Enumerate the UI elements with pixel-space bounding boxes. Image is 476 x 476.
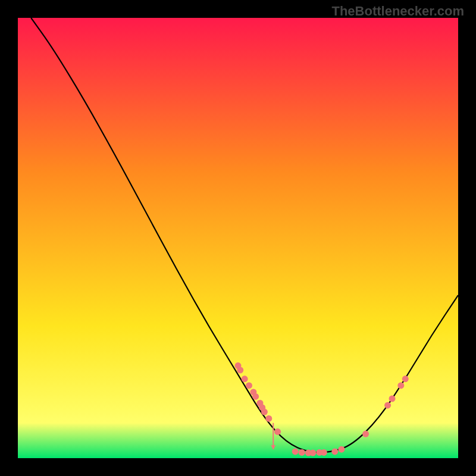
data-point [338, 446, 345, 453]
data-point [331, 448, 338, 455]
data-point [274, 428, 281, 435]
data-point [384, 402, 391, 409]
chart-svg [18, 18, 458, 458]
data-point [292, 448, 299, 455]
data-point [242, 375, 248, 382]
watermark-text: TheBottlenecker.com [331, 4, 464, 19]
data-point [261, 409, 268, 415]
data-point [362, 431, 369, 437]
data-point [246, 382, 252, 389]
data-point [237, 367, 243, 374]
chart-plot-area [18, 18, 458, 458]
data-point [252, 393, 259, 400]
data-point [265, 415, 272, 422]
data-point [402, 375, 409, 382]
chart-background [18, 18, 458, 458]
data-point [299, 449, 305, 456]
data-point [321, 449, 327, 456]
data-point [389, 396, 396, 402]
data-point [309, 450, 316, 456]
data-point [397, 382, 404, 389]
